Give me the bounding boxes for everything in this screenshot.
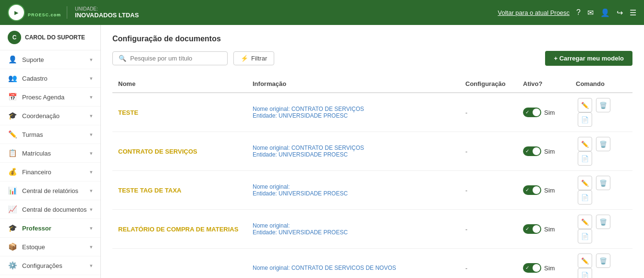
toggle-wrap: ✓ Sim bbox=[523, 263, 564, 273]
doc-info-line1: Nome original: bbox=[253, 222, 454, 229]
topbar-left: ▶ PROESC.com UNIDADE: INOVADADOS LTDAS bbox=[8, 4, 139, 21]
sidebar-item-label: Estoque bbox=[22, 243, 45, 251]
edit-button[interactable]: ✏️ bbox=[578, 176, 592, 190]
toggle-wrap: ✓ Sim bbox=[523, 185, 564, 195]
table-row: RELATÓRIO DE COMPRA DE MATERIAS Nome ori… bbox=[112, 210, 632, 249]
doc-config: - bbox=[465, 109, 467, 116]
sidebar-item-label: Cadastro bbox=[22, 75, 48, 82]
doc-name: TESTE TAG DE TAXA bbox=[118, 187, 182, 194]
menu-icon[interactable]: ☰ bbox=[630, 8, 636, 17]
sim-label: Sim bbox=[544, 148, 555, 155]
cadastro-icon: 👥 bbox=[8, 74, 17, 83]
sidebar-item-configuracoes[interactable]: ⚙️ Configurações ▾ bbox=[0, 256, 100, 275]
delete-button[interactable]: 🗑️ bbox=[596, 176, 610, 190]
mail-icon[interactable]: ✉ bbox=[587, 8, 594, 17]
view-button[interactable]: 📄 bbox=[578, 151, 592, 166]
financeiro-icon: 💰 bbox=[8, 168, 17, 176]
chevron-icon: ▾ bbox=[90, 188, 93, 194]
sidebar-item-label: Suporte bbox=[22, 56, 44, 63]
delete-button[interactable]: 🗑️ bbox=[596, 98, 610, 112]
active-toggle[interactable]: ✓ bbox=[523, 146, 541, 156]
logout-icon[interactable]: ↪ bbox=[617, 8, 623, 17]
active-toggle[interactable]: ✓ bbox=[523, 263, 541, 273]
sidebar-item-label: Turmas bbox=[22, 131, 43, 138]
active-toggle[interactable]: ✓ bbox=[523, 185, 541, 195]
check-icon: ✓ bbox=[525, 109, 529, 115]
turmas-icon: ✏️ bbox=[8, 130, 17, 139]
filter-button[interactable]: ⚡ Filtrar bbox=[233, 51, 274, 65]
sim-label: Sim bbox=[544, 109, 555, 116]
topbar: ▶ PROESC.com UNIDADE: INOVADADOS LTDAS V… bbox=[0, 0, 644, 25]
user-icon[interactable]: 👤 bbox=[600, 8, 610, 17]
logo-icon: ▶ bbox=[8, 4, 25, 21]
edit-button[interactable]: ✏️ bbox=[578, 215, 592, 229]
add-model-button[interactable]: + Carregar meu modelo bbox=[545, 51, 632, 66]
doc-info-line2: Entidade: UNIVERSIDADE PROESC bbox=[253, 151, 454, 158]
search-icon: 🔍 bbox=[119, 55, 126, 62]
user-name: CAROL DO SUPORTE bbox=[25, 34, 85, 41]
view-button[interactable]: 📄 bbox=[578, 190, 592, 205]
sidebar-item-financeiro[interactable]: 💰 Financeiro ▾ bbox=[0, 163, 100, 181]
documentos-icon: 📈 bbox=[8, 205, 17, 214]
sidebar-item-proesc-agenda[interactable]: 📅 Proesc Agenda ▾ bbox=[0, 88, 100, 107]
delete-button[interactable]: 🗑️ bbox=[596, 137, 610, 151]
help-icon[interactable]: ? bbox=[576, 8, 581, 17]
sidebar-item-estoque[interactable]: 📦 Estoque ▾ bbox=[0, 238, 100, 256]
sidebar-item-label: Coordenação bbox=[22, 112, 60, 120]
view-button[interactable]: 📄 bbox=[578, 268, 592, 278]
suporte-icon: 👤 bbox=[8, 55, 17, 64]
sidebar-item-matriculas[interactable]: 📋 Matrículas ▾ bbox=[0, 144, 100, 163]
edit-button[interactable]: ✏️ bbox=[578, 254, 592, 268]
edit-button[interactable]: ✏️ bbox=[578, 98, 592, 112]
table-row: CONTRATO DE SERVIÇOS Nome original: CONT… bbox=[112, 132, 632, 171]
sidebar-item-cadastro[interactable]: 👥 Cadastro ▾ bbox=[0, 69, 100, 88]
view-button[interactable]: 📄 bbox=[578, 229, 592, 243]
logo-text: PROESC.com bbox=[28, 8, 61, 17]
sidebar-user: C CAROL DO SUPORTE bbox=[0, 25, 100, 50]
delete-button[interactable]: 🗑️ bbox=[596, 215, 610, 229]
col-config: Configuração bbox=[460, 75, 517, 93]
chevron-icon: ▾ bbox=[90, 263, 93, 269]
col-comando: Comando bbox=[570, 75, 632, 93]
chevron-icon: ▾ bbox=[90, 225, 93, 231]
chevron-icon: ▾ bbox=[90, 244, 93, 250]
sidebar-item-professor[interactable]: 🎓 Professor ▾ bbox=[0, 219, 100, 238]
professor-icon: 🎓 bbox=[8, 224, 17, 232]
check-icon: ✓ bbox=[525, 226, 529, 231]
doc-info-line2: Entidade: UNIVERSIDADE PROESC bbox=[253, 229, 454, 236]
sidebar-item-central-documentos[interactable]: 📈 Central de documentos ▾ bbox=[0, 200, 100, 219]
toggle-wrap: ✓ Sim bbox=[523, 224, 564, 234]
edit-button[interactable]: ✏️ bbox=[578, 137, 592, 151]
active-toggle[interactable]: ✓ bbox=[523, 108, 541, 117]
delete-button[interactable]: 🗑️ bbox=[596, 254, 610, 268]
toggle-wrap: ✓ Sim bbox=[523, 108, 564, 117]
matriculas-icon: 📋 bbox=[8, 149, 17, 157]
sidebar-item-turmas[interactable]: ✏️ Turmas ▾ bbox=[0, 125, 100, 144]
doc-info-line1: Nome original: bbox=[253, 183, 454, 190]
sidebar: C CAROL DO SUPORTE 👤 Suporte ▾ 👥 Cadastr… bbox=[0, 25, 101, 278]
unit-name: INOVADADOS LTDAS bbox=[75, 12, 139, 19]
chevron-icon: ▾ bbox=[90, 75, 93, 82]
search-box[interactable]: 🔍 bbox=[112, 51, 228, 65]
back-link[interactable]: Voltar para o atual Proesc bbox=[498, 9, 570, 16]
search-input[interactable] bbox=[130, 55, 221, 62]
chevron-icon: ▾ bbox=[90, 94, 93, 100]
topbar-right: Voltar para o atual Proesc ? ✉ 👤 ↪ ☰ bbox=[498, 8, 637, 17]
doc-config: - bbox=[465, 148, 467, 155]
sidebar-item-label: Professor bbox=[22, 225, 51, 232]
col-nome: Nome bbox=[112, 75, 247, 93]
doc-name: TESTE bbox=[118, 109, 138, 116]
doc-config: - bbox=[465, 187, 467, 194]
table-row: Nome original: CONTRATO DE SERVICOS DE N… bbox=[112, 249, 632, 278]
chevron-icon: ▾ bbox=[90, 113, 93, 119]
view-button[interactable]: 📄 bbox=[578, 112, 592, 127]
sidebar-item-central-relatorios[interactable]: 📊 Central de relatórios ▾ bbox=[0, 181, 100, 200]
sim-label: Sim bbox=[544, 187, 555, 194]
active-toggle[interactable]: ✓ bbox=[523, 224, 541, 234]
filter-icon: ⚡ bbox=[241, 55, 248, 62]
logo: ▶ PROESC.com bbox=[8, 4, 61, 21]
check-icon: ✓ bbox=[525, 187, 529, 193]
sidebar-item-coordenacao[interactable]: 🎓 Coordenação ▾ bbox=[0, 107, 100, 125]
sim-label: Sim bbox=[544, 265, 555, 272]
sidebar-item-suporte[interactable]: 👤 Suporte ▾ bbox=[0, 50, 100, 69]
